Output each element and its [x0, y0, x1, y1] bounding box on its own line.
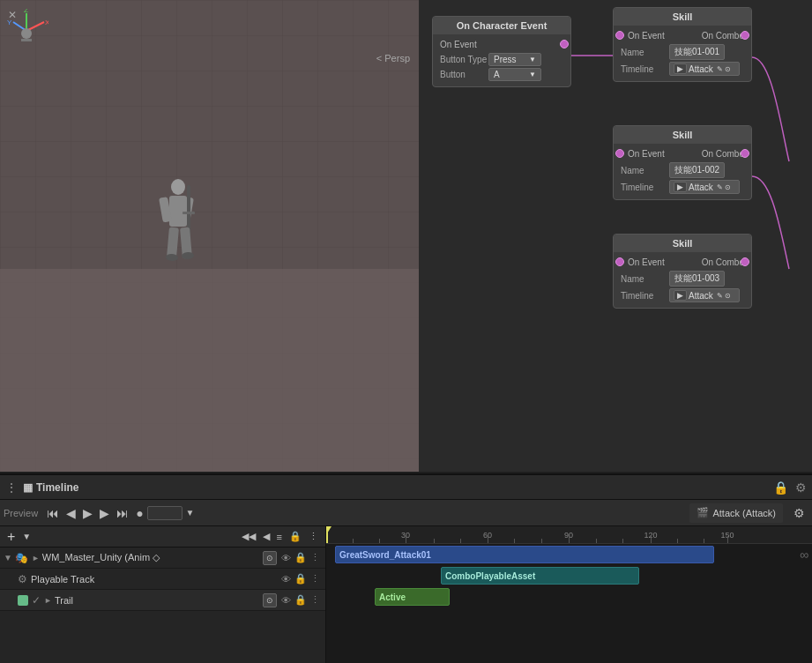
track-trail-menu-btn[interactable]: ⋮: [309, 593, 322, 607]
character-model: [150, 176, 203, 291]
track-trail-lock-btn[interactable]: 🔒: [293, 593, 309, 607]
viewport-persp-label: < Persp: [376, 53, 410, 63]
clip-row-playable: ComboPlayableAsset: [326, 565, 812, 586]
clip-combo[interactable]: ComboPlayableAsset: [441, 567, 639, 585]
timeline-lock-icon[interactable]: 🔒: [773, 480, 788, 495]
on-event-port-right[interactable]: [560, 40, 569, 48]
ruler-tick-110: [622, 539, 623, 543]
skill-node-1: Skill On Event On Combo Name 技能01-001 Ti…: [613, 7, 752, 82]
skill3-timeline-btn[interactable]: ▶: [674, 290, 687, 301]
svg-text:Y: Y: [7, 19, 12, 26]
skip-end-btn[interactable]: ⏭: [113, 504, 132, 522]
skill3-on-event-label: On Event: [628, 257, 665, 267]
skill3-timeline-value[interactable]: ▶ Attack ✎ ⊙: [669, 288, 740, 302]
clip-active[interactable]: Active: [375, 588, 450, 606]
track-trail-name: Trail: [55, 595, 263, 606]
ruler-tick-40: [434, 539, 435, 543]
ruler-tick-90: [569, 536, 570, 543]
track-anim-view-btn[interactable]: 👁: [279, 552, 293, 564]
timeline-menu-icon[interactable]: ⋮: [5, 480, 18, 495]
more-tracks-btn[interactable]: ⋮: [305, 529, 322, 544]
track-playable-name: Playable Track: [31, 574, 279, 585]
axes-gizmo: X Y Z: [4, 9, 48, 53]
clip-greatsword[interactable]: GreatSword_Attack01: [335, 546, 714, 563]
play-btn[interactable]: ▶: [79, 504, 96, 522]
track-anim-lock[interactable]: ⊙: [263, 551, 277, 565]
expand-btn[interactable]: ◀: [259, 529, 273, 544]
lock-tracks-btn[interactable]: 🔒: [286, 529, 305, 544]
bottom-panel: ⋮ ▦ Timeline 🔒 ⚙ Preview ⏮ ◀ ▶ ▶ ⏭ ● 0 ▼…: [0, 473, 812, 663]
skill2-on-combo-port-right[interactable]: [741, 149, 749, 158]
track-anim-sub-icon: ►: [32, 554, 40, 562]
filter-btn[interactable]: ≡: [273, 530, 286, 544]
track-trail-color: [18, 595, 28, 606]
ruler-tick-120: [651, 536, 652, 543]
timeline-ruler[interactable]: 30 60 90 120 150: [326, 526, 812, 544]
skill2-name-label: Name: [621, 166, 669, 175]
svg-point-8: [171, 179, 185, 195]
button-type-value[interactable]: Press ▼: [488, 53, 541, 66]
ruler-tick-70: [514, 539, 515, 543]
skill2-timeline-value[interactable]: ▶ Attack ✎ ⊙: [669, 180, 740, 194]
skill2-on-combo-label: On Combo: [702, 149, 744, 159]
track-expand-icon[interactable]: ▼: [4, 553, 12, 562]
skill-3-title: Skill: [614, 235, 751, 252]
skill1-timeline-row: Timeline ▶ Attack ✎ ⊙: [621, 62, 744, 76]
ruler-tick-130: [677, 539, 678, 543]
skill1-on-combo-port-right[interactable]: [741, 31, 749, 40]
skill3-name-value[interactable]: 技能01-003: [669, 271, 725, 287]
skill1-on-event-port-left[interactable]: [615, 31, 624, 40]
anim-icon: 🎬: [697, 507, 709, 518]
prev-frame-btn[interactable]: ◀: [63, 504, 79, 522]
next-frame-btn[interactable]: ▶: [96, 504, 113, 522]
time-dropdown-btn[interactable]: ▼: [183, 506, 198, 519]
settings-gear-btn[interactable]: ⚙: [790, 504, 808, 522]
skill3-on-combo-port-right[interactable]: [741, 257, 749, 266]
record-btn[interactable]: ●: [132, 504, 146, 522]
skill2-timeline-btn[interactable]: ▶: [674, 182, 687, 192]
timeline-settings-icon[interactable]: ⚙: [795, 480, 807, 495]
skill2-name-row: Name 技能01-002: [621, 162, 744, 178]
timeline-header: ⋮ ▦ Timeline 🔒 ⚙: [0, 475, 812, 500]
skill-2-title: Skill: [614, 126, 751, 144]
ruler-tick-80: [541, 539, 542, 543]
track-playable-view-btn[interactable]: 👁: [279, 573, 293, 585]
skill1-on-event-label: On Event: [628, 31, 665, 41]
time-input[interactable]: 0: [147, 506, 183, 520]
svg-point-6: [21, 28, 32, 39]
skill2-on-event-label: On Event: [628, 149, 665, 159]
skill3-on-event-port-left[interactable]: [615, 257, 624, 266]
add-track-btn[interactable]: +: [4, 527, 19, 547]
viewport-panel: ✕ X Y Z < Persp: [0, 0, 419, 472]
skill1-timeline-value[interactable]: ▶ Attack ✎ ⊙: [669, 62, 740, 76]
button-type-label: Button Type: [440, 55, 488, 64]
skill3-timeline-row: Timeline ▶ Attack ✎ ⊙: [621, 288, 744, 302]
svg-text:X: X: [45, 19, 48, 26]
skip-start-btn[interactable]: ⏮: [43, 504, 63, 522]
track-content: 30 60 90 120 150: [326, 526, 812, 663]
track-anim-lock-btn[interactable]: 🔒: [293, 551, 309, 564]
track-trail-clock[interactable]: ⊙: [263, 593, 277, 607]
playhead[interactable]: [326, 526, 328, 543]
track-playable-icon: ⚙: [18, 573, 27, 585]
skill2-on-event-port-left[interactable]: [615, 149, 624, 158]
track-row-trail: ✓ ► Trail ⊙ 👁 🔒 ⋮: [0, 590, 325, 611]
ruler-tick-60: [488, 536, 488, 543]
ruler-tick-50: [460, 539, 461, 543]
skill2-timeline-row: Timeline ▶ Attack ✎ ⊙: [621, 180, 744, 194]
char-event-node: On Character Event On Event Button Type …: [432, 16, 571, 87]
add-track-dropdown[interactable]: ▼: [19, 530, 34, 543]
skill1-timeline-btn[interactable]: ▶: [674, 63, 687, 74]
collapse-btn[interactable]: ◀◀: [238, 529, 259, 544]
skill3-name-label: Name: [621, 274, 669, 284]
track-trail-view-btn[interactable]: 👁: [279, 594, 293, 607]
button-value[interactable]: A ▼: [488, 68, 541, 81]
ruler-tick-30: [406, 536, 406, 543]
skill1-name-row: Name 技能01-001: [621, 44, 744, 60]
skill2-name-value[interactable]: 技能01-002: [669, 162, 725, 178]
skill2-timeline-label: Timeline: [621, 183, 669, 192]
track-anim-menu-btn[interactable]: ⋮: [309, 551, 322, 564]
skill1-name-value[interactable]: 技能01-001: [669, 44, 725, 60]
track-playable-lock-btn[interactable]: 🔒: [293, 572, 309, 585]
track-playable-menu-btn[interactable]: ⋮: [309, 572, 322, 585]
